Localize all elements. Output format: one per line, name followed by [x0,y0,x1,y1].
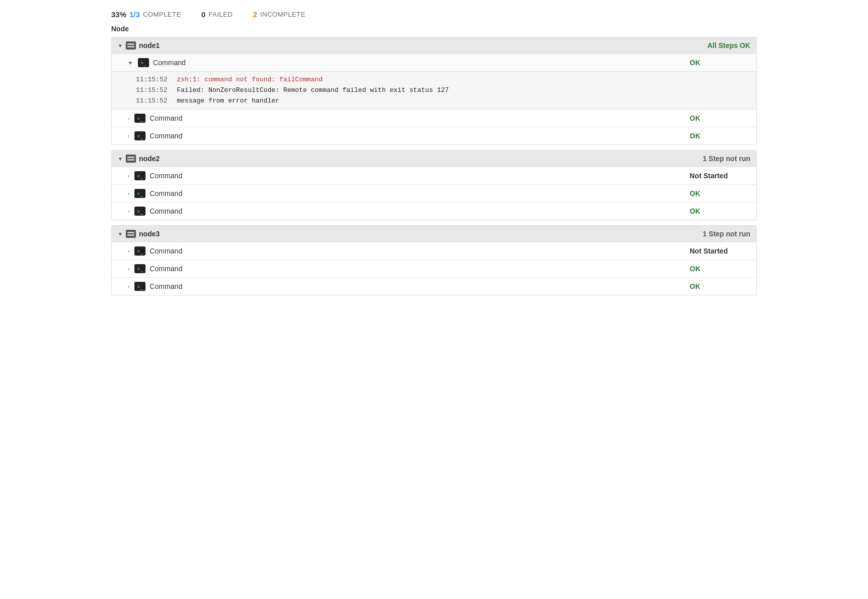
step-status-n1-s2: OK [690,114,750,122]
nodes-list: ▼node1All Steps OK▼>_CommandOK11:15:52zs… [111,37,757,295]
node-name-node3: node3 [139,230,160,238]
step-chevron-n3-s3[interactable]: › [128,284,129,289]
step-label-n2-s1: Command [150,172,200,180]
failed-count: 0 [201,10,205,19]
step-status-n1-s1: OK [690,59,750,67]
step-status-n2-s1: Not Started [690,172,750,180]
step-row-n3-s3: ›>_CommandOK [112,277,756,295]
cmd-icon-n1-s1: >_ [138,58,149,67]
step-chevron-n1-s3[interactable]: › [128,133,129,139]
cmd-icon-n1-s3: >_ [134,131,146,140]
log-time-n1-s1-2: 11:15:52 [136,96,169,107]
step-chevron-n2-s1[interactable]: › [128,173,129,179]
node-status-node1: All Steps OK [707,41,750,49]
server-icon-node2 [126,155,136,163]
log-msg-n1-s1-0: zsh:1: command not found: failCommand [177,75,323,85]
step-label-n1-s1: Command [153,59,204,67]
step-status-n3-s3: OK [690,282,750,290]
incomplete-label: INCOMPLETE [260,11,306,18]
step-status-n2-s3: OK [690,207,750,215]
failed-label: FAILED [209,11,233,18]
node-header-node3[interactable]: ▼node31 Step not run [112,226,756,242]
cmd-icon-n2-s2: >_ [134,189,146,198]
cmd-icon-n3-s2: >_ [134,264,146,273]
step-row-n2-s3: ›>_CommandOK [112,202,756,220]
log-msg-n1-s1-1: Failed: NonZeroResultCode: Remote comman… [177,85,449,96]
node-block-node1: ▼node1All Steps OK▼>_CommandOK11:15:52zs… [111,37,757,145]
complete-fraction: 1/3 [129,10,140,19]
cmd-icon-n3-s3: >_ [134,282,146,291]
step-row-n3-s2: ›>_CommandOK [112,260,756,277]
node-name-node2: node2 [139,155,160,163]
node-chevron-node1[interactable]: ▼ [118,43,123,48]
failed-summary: 0 FAILED [201,10,232,19]
step-status-n3-s1: Not Started [690,247,750,255]
step-label-n3-s2: Command [150,265,200,273]
log-row-n1-s1-0: 11:15:52zsh:1: command not found: failCo… [136,75,750,85]
step-row-n2-s2: ›>_CommandOK [112,184,756,202]
step-row-n1-s2: ›>_CommandOK [112,109,756,127]
server-icon-node3 [126,230,136,238]
node-chevron-node2[interactable]: ▼ [118,156,123,162]
complete-summary: 33% 1/3 COMPLETE [111,10,181,19]
step-chevron-n3-s1[interactable]: › [128,248,129,254]
step-status-n1-s3: OK [690,132,750,140]
node-status-node3: 1 Step not run [703,230,750,238]
log-msg-n1-s1-2: message from error handler [177,96,279,107]
log-row-n1-s1-1: 11:15:52Failed: NonZeroResultCode: Remot… [136,85,750,96]
node-status-node2: 1 Step not run [703,155,750,163]
step-chevron-n1-s2[interactable]: › [128,116,129,121]
complete-label: COMPLETE [143,11,181,18]
node-name-node1: node1 [139,41,160,49]
step-row-n1-s3: ›>_CommandOK [112,127,756,144]
step-label-n3-s1: Command [150,247,200,255]
step-chevron-n1-s1[interactable]: ▼ [128,60,133,66]
step-status-n2-s2: OK [690,189,750,197]
log-block-n1-s1: 11:15:52zsh:1: command not found: failCo… [112,71,756,109]
complete-percent: 33% [111,10,126,19]
node-block-node3: ▼node31 Step not run›>_CommandNot Starte… [111,225,757,295]
node-header-node2[interactable]: ▼node21 Step not run [112,151,756,167]
step-label-n2-s2: Command [150,189,200,197]
section-label: Node [111,25,757,33]
step-row-n2-s1: ›>_CommandNot Started [112,167,756,184]
node-header-node1[interactable]: ▼node1All Steps OK [112,37,756,54]
summary-bar: 33% 1/3 COMPLETE 0 FAILED 2 INCOMPLETE [111,10,757,19]
step-chevron-n2-s3[interactable]: › [128,209,129,214]
log-row-n1-s1-2: 11:15:52message from error handler [136,96,750,107]
step-chevron-n3-s2[interactable]: › [128,266,129,272]
log-time-n1-s1-1: 11:15:52 [136,85,169,96]
step-label-n1-s2: Command [150,114,200,122]
cmd-icon-n3-s1: >_ [134,246,146,256]
cmd-icon-n2-s1: >_ [134,171,146,180]
step-row-n1-s1: ▼>_CommandOK [112,54,756,71]
cmd-icon-n1-s2: >_ [134,114,146,123]
node-chevron-node3[interactable]: ▼ [118,231,123,237]
incomplete-summary: 2 INCOMPLETE [253,10,306,19]
node-block-node2: ▼node21 Step not run›>_CommandNot Starte… [111,150,757,220]
server-icon-node1 [126,41,136,49]
log-time-n1-s1-0: 11:15:52 [136,75,169,85]
step-label-n2-s3: Command [150,207,200,215]
step-chevron-n2-s2[interactable]: › [128,191,129,196]
step-label-n1-s3: Command [150,132,200,140]
step-label-n3-s3: Command [150,282,200,290]
incomplete-count: 2 [253,10,257,19]
main-container: 33% 1/3 COMPLETE 0 FAILED 2 INCOMPLETE N… [101,0,767,311]
step-status-n3-s2: OK [690,265,750,273]
step-row-n3-s1: ›>_CommandNot Started [112,242,756,260]
cmd-icon-n2-s3: >_ [134,207,146,216]
